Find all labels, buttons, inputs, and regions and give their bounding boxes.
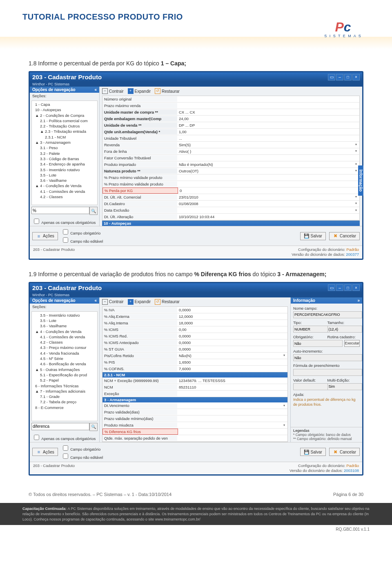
dropdown-icon[interactable]: ▾ bbox=[283, 423, 285, 427]
dropdown-icon[interactable]: ▾ bbox=[355, 143, 357, 146]
tree-item[interactable]: 3.3 - Código de Barras bbox=[33, 156, 96, 161]
grid-value[interactable]: 12,0000 bbox=[177, 314, 287, 319]
tree-item[interactable]: 4.4 - Venda fracionada bbox=[33, 351, 96, 356]
contrair-button[interactable]: −Contrair bbox=[102, 88, 124, 94]
search-input[interactable] bbox=[31, 423, 89, 430]
grid-row[interactable]: % PIS1,6500 bbox=[102, 359, 287, 366]
grid-value[interactable]: 0,0000 bbox=[177, 307, 287, 313]
tree-item[interactable]: 3.1 - Peso bbox=[33, 145, 96, 150]
dropdown-icon[interactable]: ▾ bbox=[355, 149, 357, 153]
tree-item[interactable]: ▲ 7 - Informações adicionais bbox=[33, 389, 96, 394]
grid-row[interactable]: Dt.Cadastro01/08/2008▾ bbox=[102, 201, 359, 207]
grid-row[interactable]: RevendaSim(S)▾ bbox=[102, 142, 359, 148]
grid-row[interactable]: NCM + Exceção (99999999.99)12345679. ...… bbox=[102, 378, 287, 384]
tree-item[interactable]: 2.2 - Tributação Outros bbox=[33, 123, 96, 129]
chk-obrigatorio[interactable] bbox=[63, 229, 68, 235]
tree-item[interactable]: 3.6 - Vasilhame bbox=[33, 323, 96, 328]
grid-value[interactable] bbox=[177, 438, 287, 438]
tree-item[interactable]: 4.5 - Nº Série bbox=[33, 356, 96, 361]
grid-row[interactable]: % ST GUIA0,0000 bbox=[102, 346, 287, 353]
save-button[interactable]: 💾Salvar bbox=[300, 232, 326, 240]
cancel-button[interactable]: ✖Cancelar bbox=[329, 232, 360, 240]
grid-row[interactable]: Prazo validade(dias) bbox=[102, 409, 287, 416]
tree-item[interactable]: 7.1 - Grade bbox=[33, 394, 96, 399]
grid-row[interactable]: Número original bbox=[102, 96, 359, 103]
grid-value[interactable]: 0,0000 bbox=[177, 340, 287, 345]
tree-item[interactable]: 10 - Autopeças bbox=[33, 107, 96, 112]
tree-item[interactable]: ▲ 3 - Armazenagem bbox=[33, 140, 96, 145]
tree-item[interactable]: 4.6 - Bonificação de venda bbox=[33, 361, 96, 366]
tree-item[interactable]: 4.1 - Comissões de venda bbox=[33, 189, 96, 194]
only-required-checkbox[interactable] bbox=[34, 219, 39, 224]
tree-item[interactable]: 7.2 - Tabela de preço bbox=[33, 399, 96, 404]
tree-item[interactable]: 3.5 - Inventário rotativo bbox=[33, 167, 96, 172]
tree-item[interactable]: 8 - E-Commerce bbox=[33, 405, 96, 410]
grid-value[interactable]: 0 bbox=[178, 188, 359, 193]
tree-item[interactable]: ▲ 4 - Condições de Venda bbox=[33, 183, 96, 188]
grid-row[interactable]: Produto importadoNão é importado(N)▾ bbox=[102, 161, 359, 168]
tree-item[interactable]: 3.5 - Lote bbox=[33, 318, 96, 323]
grid-row[interactable]: Unidade Tributável... bbox=[102, 135, 359, 142]
tree-item[interactable]: 2.3.1 - NCM bbox=[33, 134, 96, 140]
grid-row[interactable]: Fora de linhaAtivo( )▾ bbox=[102, 148, 359, 155]
collapse-icon[interactable]: « bbox=[94, 87, 97, 92]
grid-value[interactable]: 1,00 bbox=[177, 129, 359, 134]
grid-value[interactable] bbox=[177, 411, 287, 412]
actions-button[interactable]: ≡Ações bbox=[32, 232, 58, 240]
section-armazenagem[interactable]: 3 - Armazenagem bbox=[102, 397, 287, 402]
grid-value[interactable] bbox=[177, 177, 359, 178]
tree-item[interactable]: 4.2 - Classes bbox=[33, 194, 96, 199]
grid-row[interactable]: Produto miudeza▾ bbox=[102, 422, 287, 429]
grid-value[interactable]: 23/01/2010▾ bbox=[177, 194, 359, 200]
info-side-tab[interactable]: Informação bbox=[358, 165, 363, 196]
tree-item[interactable]: ▲ 5 - Outras Informações bbox=[33, 367, 96, 372]
grid-value[interactable]: 18,0000 bbox=[177, 320, 287, 326]
dropdown-icon[interactable]: ▾ bbox=[355, 169, 357, 172]
dropdown-icon[interactable]: ▾ bbox=[355, 208, 357, 212]
only-required-checkbox[interactable] bbox=[34, 435, 39, 440]
tree-item[interactable]: 4.3 - Preço máximo consur bbox=[33, 345, 96, 350]
grid-value[interactable]: Não(N)▾ bbox=[177, 353, 287, 358]
grid-row[interactable]: % Diferenca KG frios bbox=[102, 429, 287, 435]
tree-item[interactable]: ▲ 2 - Condições de Compra bbox=[33, 113, 96, 118]
section-autopecas[interactable]: 10 - Autopeças bbox=[102, 221, 360, 226]
grid-row[interactable]: % IVA0,0000 bbox=[102, 307, 287, 313]
restaurar-button[interactable]: ↺Restaurar bbox=[155, 88, 180, 94]
grid-value[interactable]: CX ... CX bbox=[177, 109, 359, 115]
restore-icon[interactable]: ▭ bbox=[328, 74, 335, 80]
collapse-icon[interactable]: « bbox=[94, 298, 97, 303]
tree-item[interactable]: 3.6 - Vasilhame bbox=[33, 178, 96, 183]
grid-row[interactable]: % Perda por KG0 bbox=[102, 188, 359, 194]
grid-value[interactable]: Não é importado(N)▾ bbox=[177, 162, 359, 167]
tree-item[interactable]: 4.2 - Classes bbox=[33, 340, 96, 345]
grid-row[interactable]: Dt.Vencimento▾ bbox=[102, 402, 287, 409]
grid-value[interactable]: ▾ bbox=[177, 423, 287, 427]
minimize-icon[interactable]: – bbox=[336, 74, 343, 80]
expand-icon[interactable]: » bbox=[357, 298, 360, 303]
tree-item[interactable]: 3.5 - Lote bbox=[33, 172, 96, 178]
grid-row[interactable]: % Aliq.Interna18,0000 bbox=[102, 320, 287, 326]
grid-value[interactable]: Sim(S)▾ bbox=[177, 142, 359, 147]
expandir-button[interactable]: +Expandir bbox=[128, 299, 151, 305]
grid-row[interactable]: % Aliq.Externa12,0000 bbox=[102, 313, 287, 320]
grid-row[interactable]: Qtde embalagem master(Comp24,00 bbox=[102, 116, 359, 122]
minimize-icon[interactable]: – bbox=[336, 284, 343, 291]
grid-row[interactable]: % Prazo máximo validade produto bbox=[102, 181, 359, 188]
grid-value[interactable] bbox=[177, 99, 359, 100]
grid-value[interactable] bbox=[177, 393, 287, 394]
expandir-button[interactable]: +Expandir bbox=[128, 88, 151, 94]
grid-row[interactable]: Dt. Últ. Alteração10/10/2012 10:03:44 bbox=[102, 214, 359, 220]
restore-icon[interactable]: ▭ bbox=[328, 284, 335, 291]
chk-obrigatorio[interactable] bbox=[63, 445, 68, 451]
maximize-icon[interactable]: □ bbox=[344, 284, 352, 291]
grid-value[interactable] bbox=[178, 431, 287, 432]
grid-value[interactable]: 1,6500 bbox=[177, 360, 287, 365]
grid-row[interactable]: Qtde. máx. separação pedido de ven bbox=[102, 435, 287, 442]
grid-row[interactable]: Qtde unit.embalagem(Venda) *1,00 bbox=[102, 129, 359, 135]
tree-item[interactable]: 6 - Informações Técnicas bbox=[33, 383, 96, 389]
tree-item[interactable]: 3.4 - Endereço de apanha bbox=[33, 161, 96, 167]
grid-row[interactable]: Prazo validade mínimo(dias) bbox=[102, 416, 287, 422]
dropdown-icon[interactable]: ▾ bbox=[283, 404, 285, 407]
grid-value[interactable]: 85231110 bbox=[177, 384, 287, 390]
grid-value[interactable]: DP ... DP bbox=[177, 123, 359, 128]
